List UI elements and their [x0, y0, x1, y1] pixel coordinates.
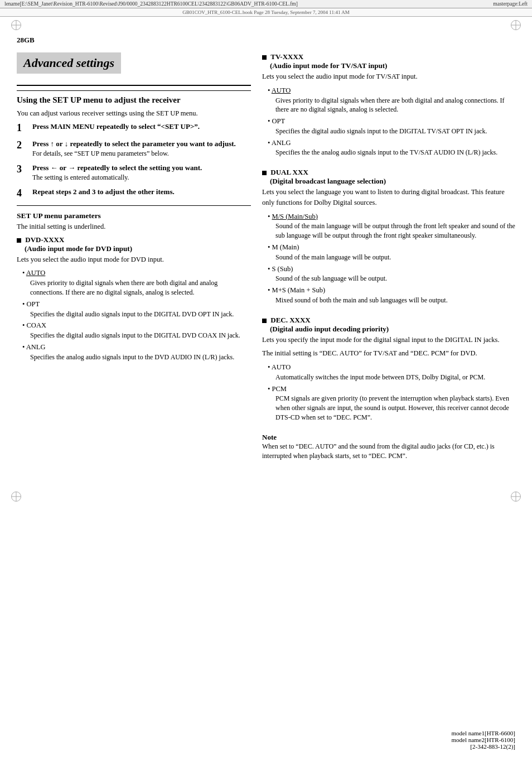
dec-intro: Lets you specify the input mode for the …: [262, 335, 515, 345]
step-4-bold: Repeat steps 2 and 3 to adjust the other…: [32, 187, 175, 196]
dvd-section: DVD-XXXX (Audio input mode for DVD input…: [17, 235, 251, 362]
step-2: 2 Press ↑ or ↓ repeatedly to select the …: [17, 139, 251, 158]
dvd-bullet-auto-desc: Gives priority to digital signals when t…: [22, 278, 251, 297]
step-2-sub: For details, see “SET UP menu parameters…: [32, 150, 251, 158]
tv-bullet-auto-label: AUTO: [272, 86, 291, 94]
tv-bullets: • AUTO Gives priority to digital signals…: [262, 85, 515, 157]
step-2-bold: Press ↑ or ↓ repeatedly to select the pa…: [32, 139, 236, 148]
note-section: Note When set to “DEC. AUTO” and the sou…: [262, 433, 515, 461]
dvd-bullet-anlg-label: ANLG: [26, 343, 46, 351]
footer-line1: model name1[HTR-6600]: [451, 730, 515, 736]
dual-bullet-m: • M (Main) Sound of the main language wi…: [262, 242, 515, 262]
footer-line2: model name2[HTR-6100]: [451, 736, 515, 743]
footer: model name1[HTR-6600] model name2[HTR-61…: [451, 730, 515, 750]
right-column: TV-XXXX (Audio input mode for TV/SAT inp…: [262, 52, 515, 460]
section-title-box: Advanced settings: [17, 52, 121, 74]
dvd-bullet-auto: • AUTO Gives priority to digital signals…: [17, 268, 251, 297]
dec-bullet-pcm-desc: PCM signals are given priority (to preve…: [268, 394, 515, 422]
tv-heading-line: TV-XXXX: [262, 52, 515, 61]
section-title: Advanced settings: [23, 56, 114, 70]
dec-bullet-auto-desc: Automatically switches the input mode be…: [268, 373, 515, 382]
step-1-number: 1: [17, 122, 28, 134]
tv-bullet-opt-label: OPT: [272, 117, 286, 125]
dec-subheading: (Digital audio input decoding priority): [270, 325, 515, 334]
dvd-bullet-opt-desc: Specifies the digital audio signals inpu…: [22, 310, 251, 319]
header-bookline: GB01COV_HTR_6100-CEL.book Page 28 Tuesda…: [182, 9, 349, 15]
divider-thick: [17, 85, 251, 86]
dec-bullet-auto-label: AUTO: [272, 363, 291, 371]
step-3-sub: The setting is entered automatically.: [32, 174, 251, 182]
dec-bullets: • AUTO Automatically switches the input …: [262, 362, 515, 422]
step-4-number: 4: [17, 187, 28, 200]
tv-bullet-anlg-desc: Specifies the the analog audio signals i…: [268, 148, 515, 157]
dvd-bullet-icon: [17, 238, 21, 243]
dvd-bullets: • AUTO Gives priority to digital signals…: [17, 268, 251, 362]
dec-bullet-auto: • AUTO Automatically switches the input …: [262, 362, 515, 382]
step-1: 1 Press MAIN MENU repeatedly to select “…: [17, 122, 251, 134]
initial-setting-text: The initial setting is underlined.: [17, 221, 251, 232]
note-text: When set to “DEC. AUTO” and the sound fr…: [262, 442, 515, 461]
dvd-bullet-coax: • COAX Specifies the digital audio signa…: [17, 320, 251, 340]
tv-bullet-opt: • OPT Specifies the digital audio signal…: [262, 116, 515, 136]
tv-bullet-anlg: • ANLG Specifies the the analog audio si…: [262, 138, 515, 158]
menu-params-title: SET UP menu parameters: [17, 211, 251, 220]
dual-intro: Lets you select the language you want to…: [262, 187, 515, 208]
intro-text: You can adjust various receiver settings…: [17, 108, 251, 119]
reg-mark-top-right: [511, 20, 521, 30]
dvd-bullet-auto-label: AUTO: [26, 269, 46, 277]
dual-heading: DUAL XXX: [270, 168, 308, 176]
step-4-content: Repeat steps 2 and 3 to adjust the other…: [32, 187, 251, 196]
tv-heading: TV-XXXX: [270, 52, 303, 61]
dvd-intro: Lets you select the audio input mode for…: [17, 254, 251, 265]
tv-bullet-auto-desc: Gives priority to digital signals when t…: [268, 96, 515, 115]
dual-bullet-s: • S (Sub) Sound of the sub language will…: [262, 264, 515, 284]
header-bar: lename[E:\SEM_Janet\Revision_HTR-6100\Re…: [0, 0, 532, 8]
note-label: Note: [262, 433, 277, 441]
reg-mark-bottom-left: [11, 492, 21, 502]
tv-section: TV-XXXX (Audio input mode for TV/SAT inp…: [262, 52, 515, 157]
dual-bullet-mps-label: M+S (Main + Sub): [272, 286, 326, 294]
dvd-bullet-opt: • OPT Specifies the digital audio signal…: [17, 299, 251, 319]
step-3-content: Press ← or → repeatedly to select the se…: [32, 163, 251, 182]
dual-bullet-ms-label: M/S (Main/Sub): [272, 213, 318, 220]
page-number: 28GB: [17, 36, 35, 45]
dual-bullet-mps: • M+S (Main + Sub) Mixed sound of both t…: [262, 285, 515, 305]
dvd-bullet-anlg-desc: Specifies the analog audio signals input…: [22, 353, 251, 362]
step-1-bold: Press MAIN MENU repeatedly to select “<S…: [32, 122, 200, 131]
dual-heading-line: DUAL XXX: [262, 168, 515, 177]
dvd-bullet-coax-desc: Specifies the digital audio signals inpu…: [22, 331, 251, 340]
step-1-content: Press MAIN MENU repeatedly to select “<S…: [32, 122, 251, 131]
reg-marks-top-row: [0, 17, 532, 33]
dvd-heading-line: DVD-XXXX: [17, 235, 251, 244]
header-bar2: GB01COV_HTR_6100-CEL.book Page 28 Tuesda…: [0, 8, 532, 17]
step-3-bold: Press ← or → repeatedly to select the se…: [32, 163, 202, 172]
tv-bullet-anlg-label: ANLG: [272, 139, 291, 147]
header-masterpage: masterpage:Left: [493, 1, 528, 7]
reg-marks-bottom-row: [0, 488, 532, 505]
dvd-bullet-coax-label: COAX: [27, 321, 46, 329]
tv-bullet-icon: [262, 55, 267, 60]
step-4: 4 Repeat steps 2 and 3 to adjust the oth…: [17, 187, 251, 200]
dual-bullet-mps-desc: Mixed sound of both the main and sub lan…: [268, 296, 515, 305]
dvd-subheading: (Audio input mode for DVD input): [25, 244, 251, 253]
dec-initial-note: The initial setting is “DEC. AUTO” for T…: [262, 348, 515, 359]
dual-bullet-ms: • M/S (Main/Sub) Sound of the main langu…: [262, 211, 515, 240]
divider-menu-params: [17, 205, 251, 206]
step-2-number: 2: [17, 139, 28, 152]
reg-mark-top-left: [11, 20, 21, 30]
tv-intro: Lets you select the audio input mode for…: [262, 71, 515, 82]
dual-bullet-s-desc: Sound of the sub language will be output…: [268, 274, 515, 283]
reg-mark-bottom-right: [511, 492, 521, 502]
dvd-bullet-opt-label: OPT: [27, 300, 40, 308]
step-2-content: Press ↑ or ↓ repeatedly to select the pa…: [32, 139, 251, 158]
tv-bullet-opt-desc: Specifies the digital audio signals inpu…: [268, 127, 515, 136]
dual-bullet-ms-desc: Sound of the main language will be outpu…: [268, 221, 515, 240]
dec-section: DEC. XXXX (Digital audio input decoding …: [262, 316, 515, 422]
dual-bullet-m-desc: Sound of the main language will be outpu…: [268, 253, 515, 262]
dual-bullet-icon: [262, 171, 267, 175]
tv-bullet-auto: • AUTO Gives priority to digital signals…: [262, 85, 515, 114]
page: lename[E:\SEM_Janet\Revision_HTR-6100\Re…: [0, 0, 532, 761]
dec-bullet-pcm: • PCM PCM signals are given priority (to…: [262, 384, 515, 422]
dual-section: DUAL XXX (Digital broadcast language sel…: [262, 168, 515, 305]
dec-heading: DEC. XXXX: [270, 316, 311, 324]
